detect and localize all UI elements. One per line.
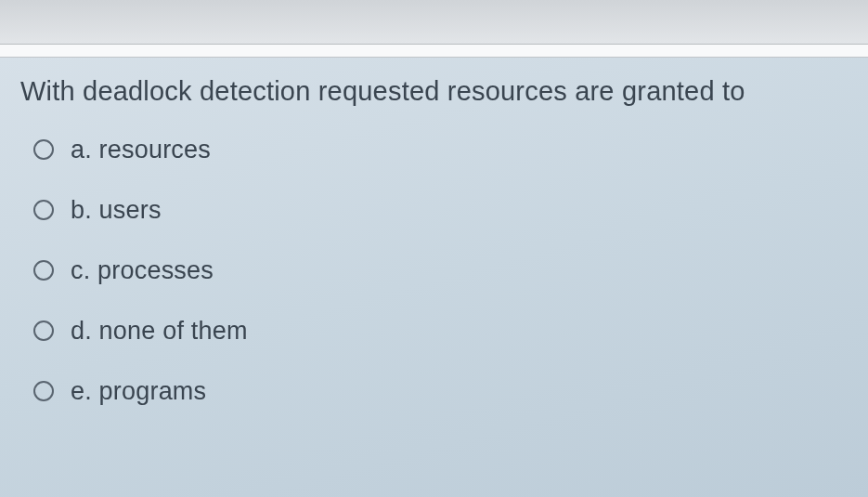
separator	[0, 45, 868, 58]
radio-icon[interactable]	[33, 320, 54, 341]
option-e[interactable]: e. programs	[20, 377, 848, 406]
radio-icon[interactable]	[33, 381, 54, 401]
option-d[interactable]: d. none of them	[20, 317, 848, 346]
option-label: c. processes	[71, 256, 214, 285]
top-bar	[0, 0, 868, 45]
radio-icon[interactable]	[33, 139, 54, 160]
radio-icon[interactable]	[33, 200, 54, 220]
option-a[interactable]: a. resources	[20, 136, 848, 164]
radio-icon[interactable]	[33, 260, 54, 281]
option-label: b. users	[71, 196, 162, 225]
option-label: a. resources	[71, 136, 211, 164]
option-label: d. none of them	[71, 317, 248, 346]
question-text: With deadlock detection requested resour…	[20, 74, 848, 110]
option-b[interactable]: b. users	[20, 196, 848, 225]
option-label: e. programs	[71, 377, 206, 406]
question-panel: With deadlock detection requested resour…	[0, 58, 868, 497]
option-c[interactable]: c. processes	[20, 256, 848, 285]
